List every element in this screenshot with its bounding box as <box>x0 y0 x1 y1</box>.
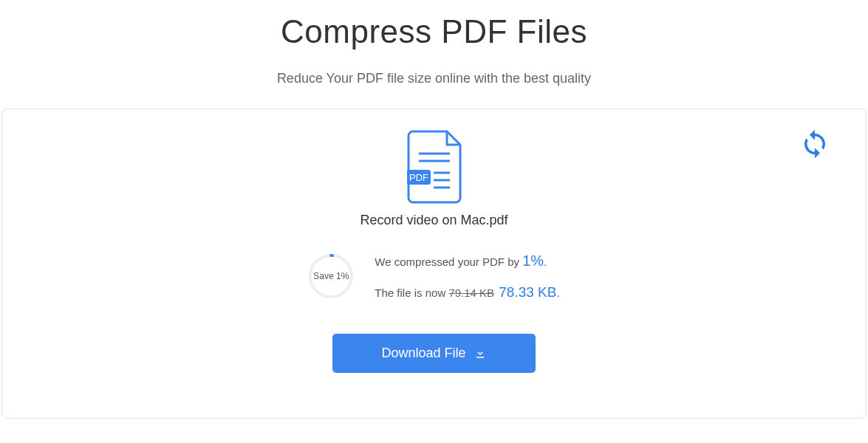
refresh-icon <box>799 128 830 159</box>
svg-text:PDF: PDF <box>409 172 428 183</box>
header: Compress PDF Files Reduce Your PDF file … <box>0 0 868 109</box>
download-button[interactable]: Download File <box>332 334 535 373</box>
pdf-file-icon: PDF <box>406 130 463 204</box>
download-button-label: Download File <box>381 346 465 361</box>
result-line2-suffix: . <box>556 286 559 299</box>
page-title: Compress PDF Files <box>0 13 868 50</box>
new-file-size: 78.33 KB <box>499 284 556 300</box>
result-line1-suffix: . <box>544 255 547 268</box>
old-file-size: 79.14 KB <box>448 286 494 299</box>
result-line-size: The file is now 79.14 KB 78.33 KB. <box>375 283 559 303</box>
refresh-button[interactable] <box>799 128 830 159</box>
download-icon <box>474 346 487 360</box>
result-line2-prefix: The file is now <box>375 286 448 299</box>
compression-percent: 1% <box>522 253 544 269</box>
result-panel: PDF Record video on Mac.pdf Save 1% We c… <box>1 109 867 419</box>
result-text: We compressed your PDF by 1%. The file i… <box>375 250 559 303</box>
result-line-compression: We compressed your PDF by 1%. <box>375 250 559 271</box>
savings-ring: Save 1% <box>308 253 354 299</box>
pdf-icon-wrap: PDF <box>2 130 866 204</box>
savings-ring-label: Save 1% <box>308 253 354 299</box>
result-line1-prefix: We compressed your PDF by <box>375 255 522 268</box>
file-name: Record video on Mac.pdf <box>2 213 866 228</box>
result-row: Save 1% We compressed your PDF by 1%. Th… <box>2 250 866 303</box>
page-subtitle: Reduce Your PDF file size online with th… <box>0 71 868 86</box>
